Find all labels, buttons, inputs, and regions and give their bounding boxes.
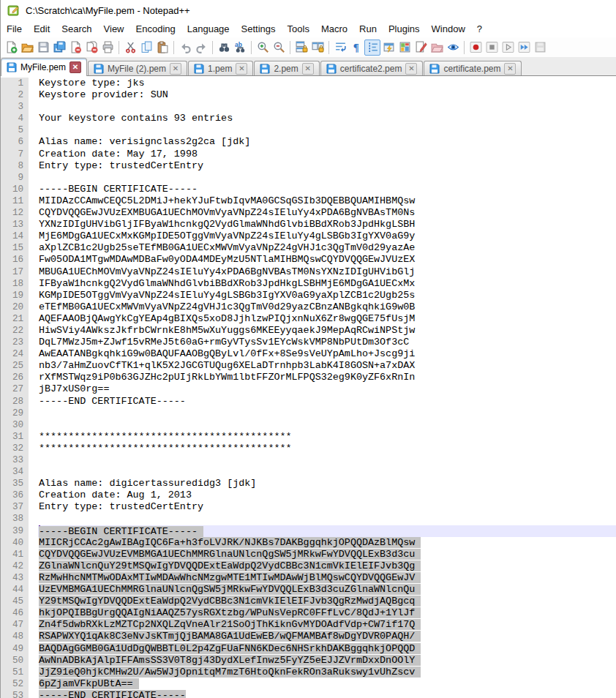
- line-text[interactable]: MIIDAzCCAmwCEQC5L2DMiJ+hekYJuFtwbIqvMA0G…: [38, 195, 616, 207]
- line-number[interactable]: 13: [1, 219, 29, 230]
- tab-1-pem[interactable]: 1.pem✕: [188, 61, 253, 75]
- line-number[interactable]: 47: [1, 619, 29, 631]
- close-tab-icon[interactable]: ✕: [504, 63, 516, 75]
- line-number[interactable]: 46: [1, 607, 29, 619]
- menu-encoding[interactable]: Encoding: [130, 22, 181, 36]
- line-text[interactable]: Alias name: digicertassuredidg3 [jdk]: [38, 478, 616, 489]
- close-button[interactable]: [67, 40, 83, 56]
- line-number[interactable]: 22: [1, 325, 29, 337]
- find-button[interactable]: [216, 40, 232, 56]
- line-text[interactable]: ****************************************…: [38, 443, 616, 454]
- line-text[interactable]: BAQDAgGGMB0GA1UdDgQWBBTL0L2p4ZgFUaFNN6KD…: [38, 643, 616, 655]
- save-button[interactable]: [35, 40, 51, 56]
- line-number[interactable]: 36: [1, 489, 29, 501]
- line-text[interactable]: DqL7MWzJ5m+ZJwf15vRMeJ5t60aG+rmGyVTysSv1…: [38, 337, 616, 348]
- undo-button[interactable]: [177, 40, 193, 56]
- line-number[interactable]: 25: [1, 360, 29, 372]
- line-number[interactable]: 38: [1, 513, 29, 525]
- line-number[interactable]: 34: [1, 466, 29, 478]
- line-number[interactable]: 39: [1, 525, 29, 537]
- line-number[interactable]: 15: [1, 242, 29, 254]
- line-number[interactable]: 20: [1, 301, 29, 313]
- macro-play-button[interactable]: [500, 40, 516, 56]
- line-number[interactable]: 53: [1, 690, 29, 698]
- line-number[interactable]: 41: [1, 549, 29, 560]
- line-text[interactable]: aXplZCB1c2Ugb25seTEfMB0GA1UECxMWVmVyaVNp…: [38, 242, 616, 254]
- line-number[interactable]: 21: [1, 313, 29, 325]
- tab-myfile-2-pem[interactable]: MyFile (2).pem✕: [88, 61, 187, 75]
- zoom-in-button[interactable]: [255, 40, 271, 56]
- tab-certificate-pem[interactable]: certificate.pem✕: [424, 61, 522, 75]
- show-all-characters-button[interactable]: ¶: [348, 40, 364, 56]
- cut-button[interactable]: [122, 40, 138, 56]
- menu-help[interactable]: ?: [471, 22, 488, 36]
- line-text[interactable]: Y29tMSQwIgYDVQQDExtEaWdpQ2VydCBBc3N1cmVk…: [38, 596, 616, 607]
- line-number[interactable]: 48: [1, 631, 29, 642]
- line-text[interactable]: Zn4f5dwbRXkLzMZTCp2NXQLZqVneAlr21SoOjThK…: [38, 619, 616, 631]
- line-text[interactable]: RSAPWXYQ1qAk8C3eNvJsKTmjQjBAMA8GA1UdEwEB…: [38, 631, 616, 642]
- line-text[interactable]: Your keystore contains 93 entries: [38, 113, 616, 124]
- line-number[interactable]: 31: [1, 431, 29, 443]
- menu-search[interactable]: Search: [56, 22, 97, 36]
- line-number[interactable]: 42: [1, 560, 29, 572]
- line-text[interactable]: [38, 172, 616, 184]
- line-number[interactable]: 1: [1, 78, 29, 89]
- line-number[interactable]: 17: [1, 266, 29, 278]
- line-text[interactable]: RzMwHhcNMTMwODAxMTIwMDAwWhcNMzgwMTE1MTIw…: [38, 572, 616, 584]
- close-tab-icon[interactable]: ✕: [170, 63, 181, 75]
- line-number[interactable]: 3: [1, 101, 29, 113]
- menu-window[interactable]: Window: [426, 22, 471, 36]
- line-text[interactable]: [38, 454, 616, 466]
- line-number[interactable]: 51: [1, 667, 29, 678]
- redo-button[interactable]: [193, 40, 209, 56]
- line-text[interactable]: KGMpIDE5OTggVmVyaVNpZ24sIEluYy4gLSBGb3Ig…: [38, 290, 616, 301]
- line-number[interactable]: 9: [1, 172, 29, 184]
- line-text[interactable]: CQYDVQQGEwJVUzEVMBMGA1UEChMMRGlnaUNlcnQg…: [38, 549, 616, 560]
- macro-save-button[interactable]: [532, 40, 548, 56]
- line-text[interactable]: rXfMSTWqz9iP0b63GJZHc2pUIjRkLbYWm1lbtFFZ…: [38, 372, 616, 383]
- line-text[interactable]: [38, 419, 616, 431]
- line-text[interactable]: eTEfMB0GA1UECxMWVmVyaVNpZ24gVHJ1c3QgTmV0…: [38, 301, 616, 313]
- line-text[interactable]: Fw05ODA1MTgwMDAwMDBaFw0yODA4MDEyMzU5NTla…: [38, 254, 616, 266]
- line-number[interactable]: 32: [1, 443, 29, 454]
- line-text[interactable]: UzEVMBMGA1UEChMMRGlnaUNlcnQgSW5jMRkwFwYD…: [38, 584, 616, 596]
- line-text[interactable]: Creation date: May 17, 1998: [38, 149, 616, 160]
- line-text[interactable]: MIICRjCCAc2gAwIBAgIQC6Fa+h3foLVJRK/NJKBs…: [38, 537, 616, 549]
- open-file-button[interactable]: [19, 40, 35, 56]
- menu-tools[interactable]: Tools: [282, 22, 315, 36]
- line-number[interactable]: 16: [1, 254, 29, 266]
- zoom-out-button[interactable]: [271, 40, 287, 56]
- line-number[interactable]: 37: [1, 501, 29, 513]
- line-number[interactable]: 10: [1, 184, 29, 195]
- line-number[interactable]: 24: [1, 348, 29, 360]
- line-text[interactable]: ZGlnaWNlcnQuY29tMSQwIgYDVQQDExtEaWdpQ2Vy…: [38, 560, 616, 572]
- function-list-button[interactable]: [413, 40, 429, 56]
- line-text[interactable]: CQYDVQQGEwJVUzEXMBUGA1UEChMOVmVyaVNpZ24s…: [38, 207, 616, 219]
- macro-run-multiple-button[interactable]: [516, 40, 532, 56]
- line-text[interactable]: -----END CERTIFICATE-----: [38, 690, 616, 698]
- copy-button[interactable]: [138, 40, 154, 56]
- line-text[interactable]: Keystore type: jks: [38, 78, 616, 89]
- line-number[interactable]: 30: [1, 419, 29, 431]
- line-text[interactable]: nb3/7aHmZuovCfTK1+qlK5X2JGCGTUQug6XELaDT…: [38, 360, 616, 372]
- line-text[interactable]: AQEFAAOBjQAwgYkCgYEAp4gBIXQs5xoD8JjhlzwP…: [38, 313, 616, 325]
- replace-button[interactable]: ab: [232, 40, 248, 56]
- line-text[interactable]: JjZ91eQ0hjkCMHw2U/Aw5WJjOpnitqM7mzT6HtoQ…: [38, 667, 616, 678]
- menu-language[interactable]: Language: [181, 22, 236, 36]
- save-all-button[interactable]: [51, 40, 67, 56]
- close-tab-icon[interactable]: ✕: [302, 63, 314, 75]
- line-number[interactable]: 40: [1, 537, 29, 549]
- paste-button[interactable]: [154, 40, 170, 56]
- line-number[interactable]: 23: [1, 337, 29, 348]
- tab-certificate2-pem[interactable]: certificate2.pem✕: [320, 61, 424, 75]
- menu-settings[interactable]: Settings: [236, 22, 282, 36]
- close-tab-icon[interactable]: ✕: [236, 63, 247, 75]
- line-text[interactable]: -----BEGIN CERTIFICATE-----: [38, 525, 616, 537]
- line-number[interactable]: 50: [1, 655, 29, 667]
- folder-as-workspace-button[interactable]: [429, 40, 445, 56]
- line-text[interactable]: [38, 408, 616, 419]
- line-number[interactable]: 12: [1, 207, 29, 219]
- line-number[interactable]: 29: [1, 408, 29, 419]
- print-button[interactable]: [99, 40, 116, 56]
- close-all-button[interactable]: [83, 40, 99, 56]
